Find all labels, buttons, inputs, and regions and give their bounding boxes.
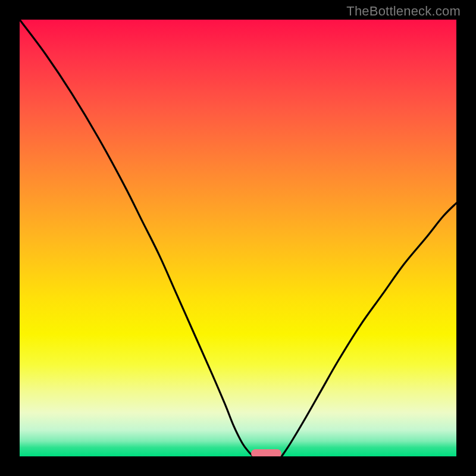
curve-right-path <box>281 203 456 456</box>
curve-left-path <box>20 20 253 456</box>
watermark-text: TheBottleneck.com <box>346 4 461 19</box>
plot-area <box>20 20 456 456</box>
minimum-marker <box>251 449 281 456</box>
chart-stage: TheBottleneck.com <box>0 0 476 476</box>
bottleneck-curve <box>20 20 456 456</box>
